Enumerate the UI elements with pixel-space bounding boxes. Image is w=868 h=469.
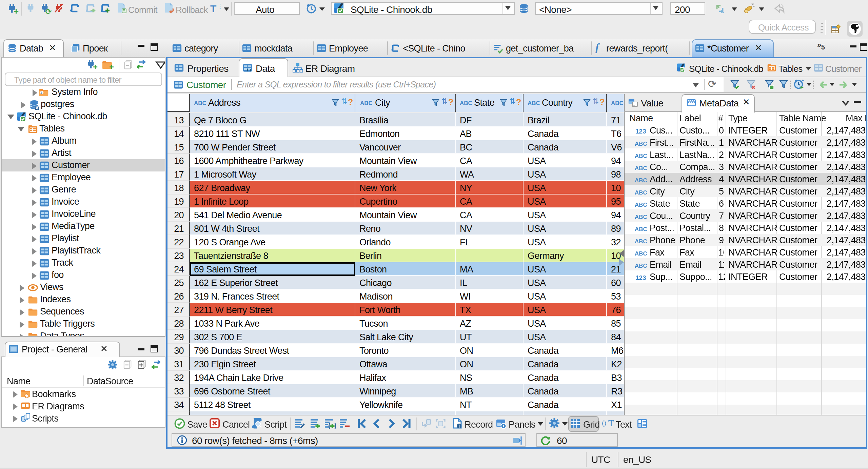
svg-text:i: i [458,424,459,429]
